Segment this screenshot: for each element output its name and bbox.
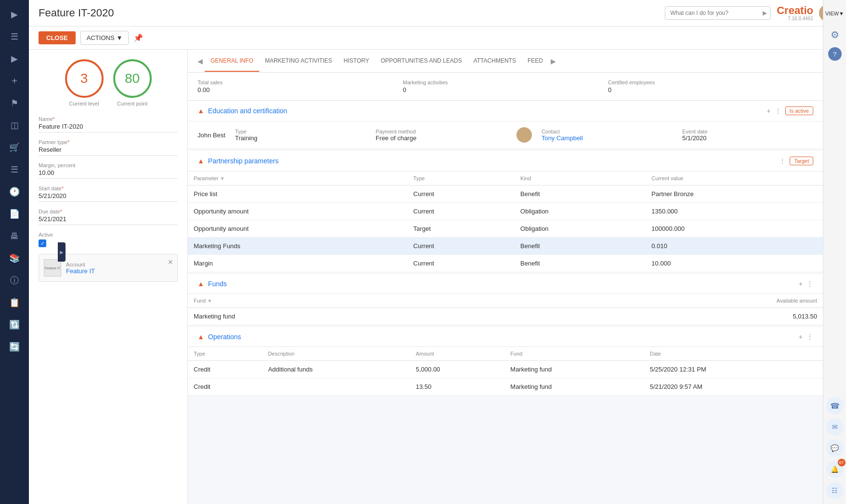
fund-available-amount: 5,013.50 xyxy=(508,308,823,325)
nav-menu-icon[interactable]: ☰ xyxy=(5,27,24,46)
education-header: ▲ Education and certification + ⋮ Is act… xyxy=(188,101,823,121)
fund-sort-icon[interactable]: ▼ xyxy=(207,298,212,304)
partnership-title[interactable]: Partnership parameters xyxy=(208,157,776,165)
nav-info-icon[interactable]: ⓘ xyxy=(5,271,24,290)
funds-title[interactable]: Funds xyxy=(208,280,795,288)
phone-icon[interactable]: ☎ xyxy=(826,397,844,414)
marketing-activities-item: Marketing activities 0 xyxy=(403,80,608,93)
tab-marketing-activities[interactable]: MARKETING ACTIVITIES xyxy=(259,51,338,72)
tab-opportunities[interactable]: OPPORTUNITIES AND LEADS xyxy=(375,51,468,72)
education-toggle-icon[interactable]: ▲ xyxy=(198,107,204,115)
edu-contact-value[interactable]: Tony Campbell xyxy=(542,134,673,142)
help-question-icon[interactable]: ? xyxy=(828,47,842,61)
operations-toggle-icon[interactable]: ▲ xyxy=(198,333,204,341)
edu-contact-label: Contact xyxy=(542,129,673,134)
nav-copy-icon[interactable]: 🖶 xyxy=(5,226,24,246)
nav-play-icon[interactable]: ▶ xyxy=(5,49,24,68)
param-name: Margin xyxy=(188,255,408,272)
col-kind: Kind xyxy=(515,172,646,186)
view-label-btn[interactable]: VIEW ▼ xyxy=(825,5,844,22)
search-wrapper: ▶ xyxy=(665,6,771,20)
nav-cart-icon[interactable]: 🛒 xyxy=(5,138,24,157)
education-add-icon[interactable]: + xyxy=(767,107,770,115)
tabs-bar: ◀ GENERAL INFO MARKETING ACTIVITIES HIST… xyxy=(188,50,823,73)
pin-icon[interactable]: 📌 xyxy=(133,33,143,42)
search-input[interactable] xyxy=(665,6,771,20)
edu-payment-field: Payment method Free of charge xyxy=(376,129,507,142)
tab-history[interactable]: HISTORY xyxy=(338,51,375,72)
education-title[interactable]: Education and certification xyxy=(208,107,763,115)
nav-clock-icon[interactable]: 🕐 xyxy=(5,182,24,201)
partnership-target-badge[interactable]: Target xyxy=(790,157,813,165)
op-description: Additional funds xyxy=(262,361,410,378)
list-tasks-icon[interactable]: ☷ xyxy=(826,482,844,499)
notification-bell-icon[interactable]: 🔔 67 xyxy=(826,461,844,478)
margin-value[interactable]: 10.00 xyxy=(39,169,178,179)
tab-general-info[interactable]: GENERAL INFO xyxy=(205,51,259,72)
funds-add-icon[interactable]: + xyxy=(799,280,803,288)
close-button[interactable]: CLOSE xyxy=(39,31,76,44)
operations-title[interactable]: Operations xyxy=(208,333,795,341)
nav-layers-icon[interactable]: 🔃 xyxy=(5,315,24,334)
education-is-active-badge[interactable]: Is active xyxy=(785,106,813,115)
nav-bottom-icon[interactable]: 🔄 xyxy=(5,337,24,357)
gear-settings-icon[interactable]: ⚙ xyxy=(826,26,844,43)
creatio-logo: Creatio 7.16.0.4461 xyxy=(777,5,813,21)
nav-doc-icon[interactable]: 📄 xyxy=(5,204,24,224)
operations-more-icon[interactable]: ⋮ xyxy=(806,333,813,341)
partnership-header: ▲ Partnership parameters ⋮ Target xyxy=(188,151,823,172)
tab-next-arrow[interactable]: ▶ xyxy=(549,57,558,65)
tab-feed[interactable]: FEED xyxy=(522,51,549,72)
main-wrapper: ► Feature IT-2020 ▶ Creatio 7.16.0.4461 … xyxy=(29,0,846,504)
nav-collapse-toggle[interactable]: ► xyxy=(58,242,66,262)
due-date-value[interactable]: 5/21/2021 xyxy=(39,215,178,225)
name-value[interactable]: Feature IT-2020 xyxy=(39,123,178,133)
summary-row: Total sales 0.00 Marketing activities 0 … xyxy=(188,73,823,101)
notification-count-badge: 67 xyxy=(838,459,846,466)
param-name: Opportunity amount xyxy=(188,203,408,220)
current-point-circle: 80 xyxy=(113,59,152,98)
funds-toggle-icon[interactable]: ▲ xyxy=(198,280,204,288)
edu-type-value: Training xyxy=(235,134,366,142)
education-actions: + ⋮ Is active xyxy=(767,106,813,115)
nav-flag-icon[interactable]: ⚑ xyxy=(5,93,24,113)
col-current-value: Current value xyxy=(646,172,823,186)
op-fund: Marketing fund xyxy=(504,378,644,396)
nav-note-icon[interactable]: 📋 xyxy=(5,293,24,312)
tab-attachments[interactable]: ATTACHMENTS xyxy=(468,51,522,72)
operations-header: ▲ Operations + ⋮ xyxy=(188,327,823,347)
active-checkbox[interactable] xyxy=(39,239,46,247)
partnership-toggle-icon[interactable]: ▲ xyxy=(198,157,204,165)
total-sales-value: 0.00 xyxy=(198,86,403,93)
param-type: Current xyxy=(408,203,515,220)
email-icon[interactable]: ✉ xyxy=(826,418,844,436)
account-remove-icon[interactable]: ✕ xyxy=(168,258,173,266)
operations-add-icon[interactable]: + xyxy=(799,333,803,341)
education-more-icon[interactable]: ⋮ xyxy=(775,107,781,115)
funds-more-icon[interactable]: ⋮ xyxy=(806,280,813,288)
sort-icon[interactable]: ▼ xyxy=(220,176,225,181)
tab-prev-arrow[interactable]: ◀ xyxy=(196,57,205,65)
nav-filter-icon[interactable]: ◫ xyxy=(5,116,24,135)
account-name-link[interactable]: Feature IT xyxy=(66,267,95,275)
nav-list-icon[interactable]: ☰ xyxy=(5,160,24,179)
nav-expand-icon[interactable]: ▶ xyxy=(5,5,24,24)
param-name: Price list xyxy=(188,186,408,203)
funds-table: Fund ▼ Available amount Marketing fund 5… xyxy=(188,294,823,325)
nav-plus-icon[interactable]: + xyxy=(5,71,24,91)
param-value: 10.000 xyxy=(646,255,823,272)
chat-icon[interactable]: 💬 xyxy=(826,439,844,457)
right-panel: VIEW ▼ ⚙ ? ☎ ✉ 💬 🔔 67 ☷ xyxy=(823,0,846,504)
current-level-widget: 3 Current level xyxy=(65,59,104,106)
field-margin: Margin, percent 10.00 xyxy=(39,162,178,179)
start-date-value[interactable]: 5/21/2020 xyxy=(39,192,178,202)
partner-type-value[interactable]: Reseller xyxy=(39,146,178,156)
table-row: Opportunity amount Current Obligation 13… xyxy=(188,203,823,220)
funds-section: ▲ Funds + ⋮ Fund ▼ Available amount xyxy=(188,274,823,325)
account-info: Account Feature IT xyxy=(66,262,95,275)
certified-employees-value: 0 xyxy=(608,86,813,93)
certified-employees-item: Certified employees 0 xyxy=(608,80,813,93)
nav-book-icon[interactable]: 📚 xyxy=(5,249,24,268)
partnership-more-icon[interactable]: ⋮ xyxy=(779,157,786,165)
actions-button[interactable]: ACTIONS ▼ xyxy=(80,31,129,45)
